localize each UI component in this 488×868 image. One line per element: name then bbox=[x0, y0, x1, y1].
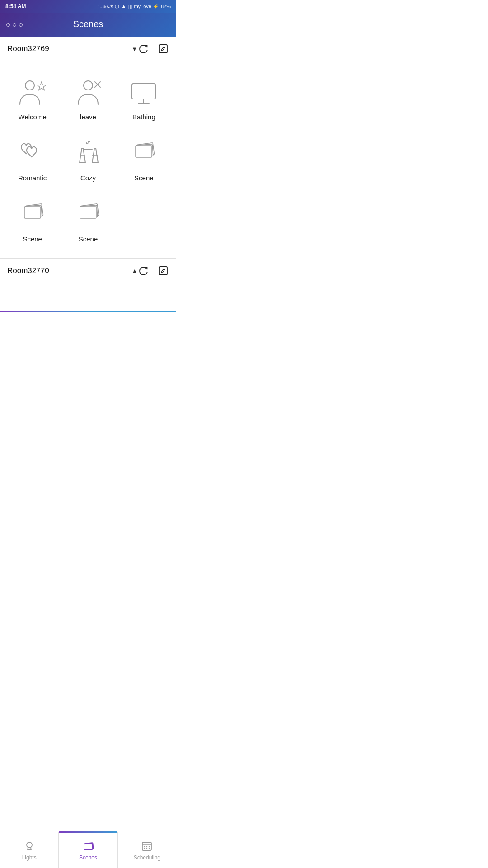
room1-row[interactable]: Room32769 ▼ bbox=[0, 37, 176, 61]
welcome-icon bbox=[14, 77, 51, 108]
status-label: myLove ⚡ bbox=[134, 4, 159, 9]
edit-icon bbox=[157, 43, 169, 55]
scene-scene3[interactable]: Scene bbox=[60, 193, 116, 249]
leave-icon bbox=[70, 77, 106, 108]
room1-arrow: ▼ bbox=[131, 46, 137, 52]
content-area: Room32769 ▼ bbox=[0, 37, 176, 349]
scene3-icon bbox=[70, 199, 106, 231]
scene-scene2[interactable]: Scene bbox=[5, 193, 60, 249]
room2-arrow: ▲ bbox=[132, 268, 137, 274]
room2-edit-button[interactable] bbox=[157, 265, 169, 277]
dot-2 bbox=[13, 23, 16, 27]
room2-name: Room32770 bbox=[7, 266, 130, 275]
scene2-icon bbox=[14, 199, 51, 231]
room2-refresh-button[interactable] bbox=[137, 265, 149, 277]
status-time: 8:54 AM bbox=[5, 3, 26, 9]
bathing-label: Bathing bbox=[132, 113, 155, 121]
svg-point-10 bbox=[86, 142, 88, 144]
signal-icon: ||| bbox=[128, 4, 132, 9]
bathing-icon bbox=[126, 77, 162, 108]
cozy-icon bbox=[70, 138, 106, 170]
dot-1 bbox=[6, 23, 10, 27]
svg-rect-23 bbox=[80, 207, 96, 218]
header-dots bbox=[6, 23, 23, 27]
scene1-icon bbox=[126, 138, 162, 170]
scene-leave[interactable]: leave bbox=[60, 71, 116, 127]
gradient-bar bbox=[0, 311, 176, 312]
app-header: Scenes bbox=[0, 13, 176, 37]
welcome-label: Welcome bbox=[19, 113, 47, 121]
network-speed: 1.39K/s bbox=[98, 4, 113, 9]
wifi-icon: ▲ bbox=[121, 3, 127, 9]
room1-edit-button[interactable] bbox=[157, 43, 169, 55]
room2-actions bbox=[137, 265, 169, 277]
scene-scene1[interactable]: Scene bbox=[116, 132, 172, 188]
svg-rect-7 bbox=[132, 84, 155, 99]
bluetooth-icon: ⬡ bbox=[115, 4, 119, 9]
room1-refresh-button[interactable] bbox=[137, 43, 149, 55]
edit-icon-2 bbox=[157, 265, 169, 277]
svg-point-4 bbox=[84, 81, 93, 90]
svg-rect-17 bbox=[136, 146, 152, 157]
scene2-label: Scene bbox=[23, 235, 42, 243]
leave-label: leave bbox=[80, 113, 96, 121]
svg-marker-3 bbox=[37, 82, 46, 90]
scene-romantic[interactable]: Romantic bbox=[5, 132, 60, 188]
romantic-label: Romantic bbox=[18, 174, 47, 182]
scene-empty bbox=[116, 193, 172, 249]
page-title: Scenes bbox=[73, 19, 103, 29]
svg-point-11 bbox=[88, 141, 89, 142]
romantic-icon bbox=[14, 138, 51, 170]
status-icons: 1.39K/s ⬡ ▲ ||| myLove ⚡ 82% bbox=[98, 3, 171, 9]
refresh-icon bbox=[137, 43, 149, 55]
scene-grid-room1: Welcome leave bbox=[0, 61, 176, 258]
svg-line-1 bbox=[162, 48, 164, 50]
room2-row[interactable]: Room32770 ▲ bbox=[0, 259, 176, 283]
scene-cozy[interactable]: Cozy bbox=[60, 132, 116, 188]
svg-rect-20 bbox=[24, 207, 41, 218]
dot-3 bbox=[19, 23, 23, 27]
svg-point-2 bbox=[25, 81, 34, 90]
scene1-label: Scene bbox=[134, 174, 154, 182]
status-bar: 8:54 AM 1.39K/s ⬡ ▲ ||| myLove ⚡ 82% bbox=[0, 0, 176, 13]
room1-name: Room32769 bbox=[7, 44, 130, 53]
battery-indicator: 82% bbox=[161, 4, 171, 9]
scene3-label: Scene bbox=[79, 235, 98, 243]
room2-content bbox=[0, 283, 176, 311]
cozy-label: Cozy bbox=[80, 174, 96, 182]
refresh-icon-2 bbox=[137, 265, 149, 277]
scene-bathing[interactable]: Bathing bbox=[116, 71, 172, 127]
room1-actions bbox=[137, 43, 169, 55]
scene-welcome[interactable]: Welcome bbox=[5, 71, 60, 127]
svg-line-25 bbox=[162, 270, 164, 272]
